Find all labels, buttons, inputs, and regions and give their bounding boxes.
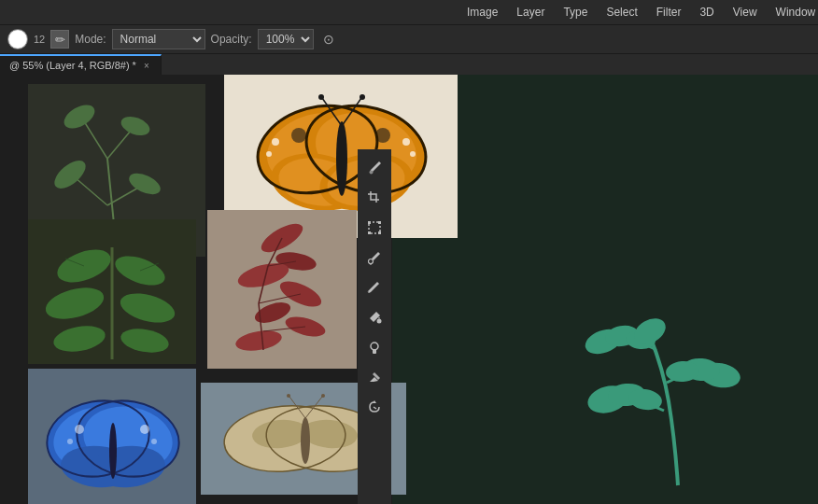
svg-point-29 (336, 121, 347, 196)
menu-layer[interactable]: Layer (507, 0, 554, 24)
canvas-image-5[interactable] (28, 369, 196, 504)
svg-point-67 (75, 425, 84, 434)
svg-point-84 (370, 171, 374, 175)
svg-point-28 (410, 151, 416, 157)
svg-rect-89 (378, 231, 381, 234)
svg-point-25 (272, 138, 279, 146)
canvas-image-4[interactable] (207, 210, 357, 369)
svg-point-32 (318, 94, 324, 100)
transform-tool-button[interactable] (361, 215, 388, 241)
svg-point-90 (369, 259, 374, 264)
canvas-image-3[interactable] (28, 219, 196, 364)
svg-point-69 (67, 439, 73, 444)
svg-point-68 (140, 425, 149, 434)
history-brush-button[interactable] (361, 394, 388, 420)
menu-view[interactable]: View (724, 0, 767, 24)
canvas-area[interactable] (0, 75, 818, 504)
paint-icon[interactable]: ✏ (50, 30, 69, 49)
eyedropper-tool-button[interactable] (361, 245, 388, 271)
paint-bucket-tool-button[interactable] (361, 304, 388, 330)
svg-point-94 (371, 343, 378, 350)
crop-tool-button[interactable] (361, 185, 388, 211)
brush-size: 12 (34, 34, 45, 45)
tool-panel (358, 149, 391, 504)
opacity-dropdown[interactable]: 100% 75% 50% 25% (258, 29, 314, 49)
svg-rect-88 (368, 231, 371, 234)
svg-rect-95 (373, 349, 376, 354)
active-tab[interactable]: @ 55% (Layer 4, RGB/8#) * × (0, 54, 162, 75)
menu-filter[interactable]: Filter (647, 0, 691, 24)
pencil-tool-button[interactable] (361, 274, 388, 301)
svg-point-33 (360, 94, 365, 100)
brush-tool-button[interactable] (361, 155, 388, 181)
options-bar: 12 ✏ Mode: Normal Multiply Screen Overla… (0, 24, 818, 54)
svg-point-26 (266, 151, 272, 157)
tab-bar: @ 55% (Layer 4, RGB/8#) * × (0, 54, 818, 75)
svg-point-82 (287, 394, 290, 398)
svg-rect-87 (378, 221, 381, 224)
svg-point-83 (321, 394, 325, 398)
svg-point-21 (291, 128, 306, 143)
opacity-label: Opacity: (211, 33, 252, 46)
menu-3d[interactable]: 3D (690, 0, 723, 24)
tab-label: @ 55% (Layer 4, RGB/8#) * (9, 60, 136, 71)
clone-stamp-button[interactable] (361, 334, 388, 360)
brush-preview[interactable] (7, 29, 28, 49)
mode-dropdown[interactable]: Normal Multiply Screen Overlay Darken Li… (112, 29, 205, 49)
svg-point-79 (301, 417, 310, 464)
menu-items: Image Layer Type Select Filter 3D View W… (458, 0, 818, 24)
plant-illustration (575, 299, 762, 485)
menu-image[interactable]: Image (458, 0, 507, 24)
menu-type[interactable]: Type (554, 0, 597, 24)
tab-close-button[interactable]: × (142, 61, 151, 71)
svg-rect-86 (368, 221, 371, 224)
pressure-icon[interactable]: ⊙ (319, 30, 338, 49)
svg-point-92 (377, 319, 382, 324)
menu-bar: Image Layer Type Select Filter 3D View W… (0, 0, 818, 24)
menu-select[interactable]: Select (597, 0, 646, 24)
svg-point-71 (109, 423, 117, 479)
eraser-tool-button[interactable] (361, 364, 388, 390)
svg-point-27 (402, 138, 410, 146)
mode-label: Mode: (75, 33, 106, 46)
menu-window[interactable]: Window (767, 0, 818, 24)
svg-point-70 (151, 439, 157, 444)
